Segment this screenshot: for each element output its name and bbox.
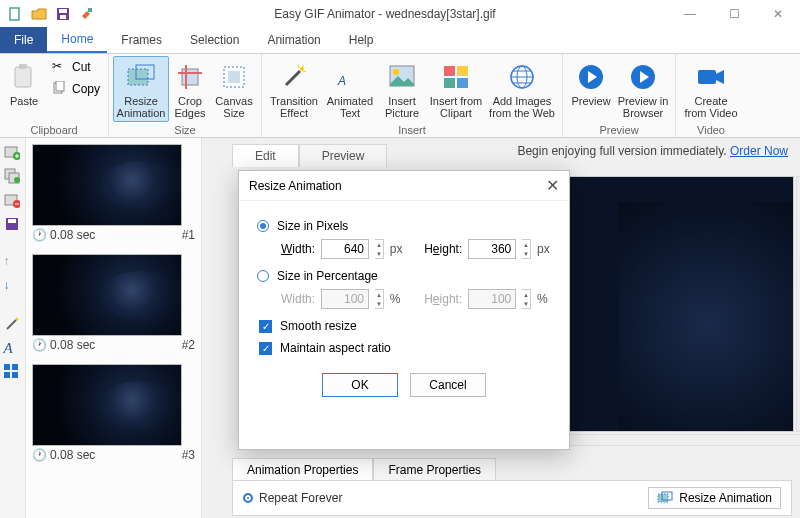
height-px-spinner[interactable]: ▲▼ xyxy=(522,239,531,259)
svg-point-14 xyxy=(300,67,304,71)
svg-rect-11 xyxy=(182,69,198,85)
play-browser-icon xyxy=(627,61,659,93)
frame-item[interactable]: 🕐0.08 sec#2 xyxy=(32,254,195,352)
text-tool-icon[interactable]: A xyxy=(4,340,22,358)
cut-button[interactable]: ✂Cut xyxy=(48,56,104,78)
tab-animation-properties[interactable]: Animation Properties xyxy=(232,458,373,481)
svg-rect-5 xyxy=(15,67,31,87)
wand-tool-icon[interactable] xyxy=(4,316,22,334)
dialog-title: Resize Animation xyxy=(249,179,342,193)
aspect-ratio-checkbox[interactable]: ✓Maintain aspect ratio xyxy=(259,341,551,355)
copy-button[interactable]: Copy xyxy=(48,78,104,100)
quick-access-toolbar xyxy=(4,3,98,25)
repeat-forever-radio[interactable]: Repeat Forever xyxy=(243,491,342,505)
svg-point-31 xyxy=(14,177,20,183)
minimize-button[interactable]: — xyxy=(672,2,708,26)
insert-picture-button[interactable]: Insert Picture xyxy=(378,56,426,122)
tool-icon[interactable] xyxy=(76,3,98,25)
width-pct-spinner: ▲▼ xyxy=(375,289,384,309)
clock-icon: 🕐 xyxy=(32,228,47,242)
maximize-button[interactable]: ☐ xyxy=(716,2,752,26)
preview-canvas[interactable] xyxy=(544,176,794,432)
frame-thumbnail[interactable] xyxy=(32,364,182,446)
height-pct-spinner: ▲▼ xyxy=(522,289,531,309)
height-label: Height: xyxy=(424,242,462,256)
tab-frame-properties[interactable]: Frame Properties xyxy=(373,458,496,481)
resize-animation-button[interactable]: Resize Animation xyxy=(113,56,169,122)
video-icon xyxy=(695,61,727,93)
tab-home[interactable]: Home xyxy=(47,27,107,53)
grid-tool-icon[interactable] xyxy=(4,364,22,382)
paste-button[interactable]: Paste xyxy=(4,56,44,122)
window-controls: — ☐ ✕ xyxy=(672,2,796,26)
frame-thumbnail[interactable] xyxy=(32,144,182,226)
tab-animation[interactable]: Animation xyxy=(253,27,334,53)
preview-browser-button[interactable]: Preview in Browser xyxy=(615,56,671,122)
arrow-down-icon[interactable]: ↓ xyxy=(4,278,22,296)
svg-rect-18 xyxy=(444,66,455,76)
tool-add-icon[interactable] xyxy=(4,144,22,162)
tab-preview[interactable]: Preview xyxy=(299,144,388,167)
size-pixels-radio[interactable]: Size in Pixels xyxy=(257,219,551,233)
frame-thumbnail[interactable] xyxy=(32,254,182,336)
svg-rect-4 xyxy=(88,8,92,12)
svg-rect-9 xyxy=(128,69,148,85)
svg-point-36 xyxy=(15,318,18,321)
arrow-up-icon[interactable]: ↑ xyxy=(4,254,22,272)
smooth-resize-checkbox[interactable]: ✓Smooth resize xyxy=(259,319,551,333)
tool-delete-icon[interactable] xyxy=(4,192,22,210)
close-button[interactable]: ✕ xyxy=(760,2,796,26)
add-images-web-button[interactable]: Add Images from the Web xyxy=(486,56,558,122)
canvas-icon xyxy=(218,61,250,93)
save-icon[interactable] xyxy=(52,3,74,25)
cancel-button[interactable]: Cancel xyxy=(410,373,486,397)
resize-animation-panel-button[interactable]: Resize Animation xyxy=(648,487,781,509)
svg-rect-8 xyxy=(56,81,64,91)
width-px-input[interactable] xyxy=(321,239,369,259)
new-icon[interactable] xyxy=(4,3,26,25)
window-title: Easy GIF Animator - wednesday[3star].gif xyxy=(98,7,672,21)
height-pct-input xyxy=(468,289,516,309)
editor-tabs: Edit Preview xyxy=(232,144,387,167)
vertical-scrollbar[interactable] xyxy=(796,176,800,432)
open-icon[interactable] xyxy=(28,3,50,25)
crop-edges-button[interactable]: Crop Edges xyxy=(169,56,211,122)
clock-icon: 🕐 xyxy=(32,338,47,352)
resize-icon xyxy=(657,491,673,505)
canvas-size-button[interactable]: Canvas Size xyxy=(211,56,257,122)
width-pct-input xyxy=(321,289,369,309)
insert-clipart-button[interactable]: Insert from Clipart xyxy=(426,56,486,122)
animated-text-button[interactable]: AAnimated Text xyxy=(322,56,378,122)
group-clipboard: Paste ✂Cut Copy Clipboard xyxy=(0,54,109,137)
dialog-close-button[interactable]: ✕ xyxy=(546,176,559,195)
frame-item[interactable]: 🕐0.08 sec#3 xyxy=(32,364,195,462)
tab-help[interactable]: Help xyxy=(335,27,388,53)
tool-duplicate-icon[interactable] xyxy=(4,168,22,186)
transition-effect-button[interactable]: Transition Effect xyxy=(266,56,322,122)
frame-item[interactable]: 🕐0.08 sec#1 xyxy=(32,144,195,242)
preview-button[interactable]: Preview xyxy=(567,56,615,122)
resize-icon xyxy=(125,61,157,93)
resize-animation-dialog: Resize Animation ✕ Size in Pixels Width:… xyxy=(238,170,570,450)
horizontal-scrollbar[interactable] xyxy=(544,434,800,446)
left-toolbar: ↑ ↓ A xyxy=(0,138,26,518)
tab-frames[interactable]: Frames xyxy=(107,27,176,53)
ribbon: Paste ✂Cut Copy Clipboard Resize Animati… xyxy=(0,54,800,138)
ok-button[interactable]: OK xyxy=(322,373,398,397)
height-px-input[interactable] xyxy=(468,239,516,259)
size-percentage-radio[interactable]: Size in Percentage xyxy=(257,269,551,283)
svg-text:A: A xyxy=(337,74,346,88)
order-now-link[interactable]: Order Now xyxy=(730,144,788,158)
tool-save-frame-icon[interactable] xyxy=(4,216,22,234)
file-tab[interactable]: File xyxy=(0,27,47,53)
svg-rect-40 xyxy=(12,372,18,378)
tab-edit[interactable]: Edit xyxy=(232,144,299,167)
svg-rect-19 xyxy=(457,66,468,76)
tab-selection[interactable]: Selection xyxy=(176,27,253,53)
properties-panel: Repeat Forever Resize Animation xyxy=(232,480,792,516)
width-pct-label: Width: xyxy=(281,292,315,306)
text-icon: A xyxy=(334,61,366,93)
width-px-spinner[interactable]: ▲▼ xyxy=(375,239,384,259)
create-from-video-button[interactable]: Create from Video xyxy=(680,56,742,122)
svg-rect-38 xyxy=(12,364,18,370)
